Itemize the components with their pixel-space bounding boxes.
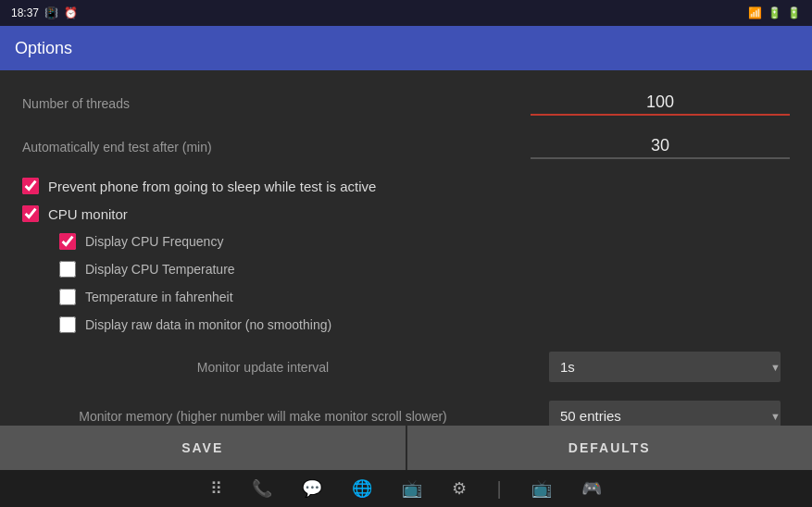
display-raw-row: Display raw data in monitor (no smoothin… (15, 311, 797, 339)
threads-row: Number of threads (0, 81, 812, 125)
bottom-action-bar: SAVE DEFAULTS (0, 426, 812, 470)
monitor-interval-select[interactable]: 1s 2s 5s 10s (549, 352, 781, 382)
save-button[interactable]: SAVE (0, 426, 406, 470)
cpu-monitor-row: CPU monitor (15, 200, 797, 228)
time-display: 18:37 (11, 6, 39, 19)
prevent-sleep-checkbox[interactable] (22, 178, 39, 194)
threads-label: Number of threads (22, 96, 130, 111)
monitor-memory-row: Monitor memory (higher number will make … (0, 391, 812, 426)
auto-end-label: Automatically end test after (min) (22, 140, 212, 155)
display-freq-label: Display CPU Frequency (85, 234, 223, 249)
phone-icon[interactable]: 📞 (252, 478, 272, 499)
temp-fahrenheit-label: Temperature in fahrenheit (85, 290, 233, 304)
defaults-button[interactable]: DEFAULTS (407, 426, 813, 470)
display-temp-label: Display CPU Temperature (85, 262, 235, 277)
auto-end-input[interactable] (531, 134, 790, 159)
nav-bar: ⠿ 📞 💬 🌐 📺 ⚙ | 📺 🎮 (0, 470, 812, 507)
monitor-memory-select[interactable]: 25 entries 50 entries 100 entries 200 en… (549, 401, 781, 426)
settings-icon[interactable]: ⚙ (452, 478, 467, 499)
app-bar: Options (0, 26, 812, 70)
status-bar: 18:37 📳 ⏰ 📶 🔋 🔋 (0, 0, 812, 26)
monitor-interval-wrapper: 1s 2s 5s 10s (549, 352, 790, 382)
game-icon[interactable]: 🎮 (581, 478, 602, 499)
status-right: 📶 🔋 🔋 (748, 6, 801, 19)
auto-end-row: Automatically end test after (min) (0, 125, 812, 168)
temp-fahrenheit-row: Temperature in fahrenheit (15, 283, 797, 311)
monitor-interval-row: Monitor update interval 1s 2s 5s 10s (0, 342, 812, 391)
nav-divider: | (496, 478, 501, 500)
display-temp-row: Display CPU Temperature (15, 255, 797, 283)
cpu-monitor-label: CPU monitor (48, 206, 128, 222)
prevent-sleep-row: Prevent phone from going to sleep while … (15, 172, 797, 200)
prevent-sleep-section: Prevent phone from going to sleep while … (0, 168, 812, 342)
prevent-sleep-label: Prevent phone from going to sleep while … (48, 179, 376, 194)
cpu-monitor-checkbox[interactable] (22, 205, 39, 222)
youtube-icon[interactable]: 📺 (402, 478, 422, 499)
app-title: Options (15, 39, 72, 58)
alarm-icon: ⏰ (64, 6, 78, 19)
display-temp-checkbox[interactable] (59, 261, 76, 278)
battery-icon: 🔋 (787, 6, 801, 19)
chat-icon[interactable]: 💬 (302, 478, 322, 499)
signal-icon: 🔋 (768, 6, 781, 19)
grid-icon[interactable]: ⠿ (210, 478, 222, 499)
vibrate-icon: 📳 (44, 6, 58, 19)
display-freq-row: Display CPU Frequency (15, 228, 797, 255)
monitor-memory-wrapper: 25 entries 50 entries 100 entries 200 en… (549, 401, 790, 426)
threads-input[interactable] (531, 91, 790, 116)
display-freq-checkbox[interactable] (59, 233, 76, 250)
status-left: 18:37 📳 ⏰ (11, 6, 78, 19)
display-raw-checkbox[interactable] (59, 316, 76, 333)
main-content: Number of threads Automatically end test… (0, 70, 812, 426)
media-icon[interactable]: 📺 (531, 478, 552, 499)
wifi-icon: 📶 (748, 6, 762, 19)
temp-fahrenheit-checkbox[interactable] (59, 289, 76, 305)
browser-icon[interactable]: 🌐 (352, 478, 372, 499)
monitor-memory-label: Monitor memory (higher number will make … (22, 409, 504, 424)
display-raw-label: Display raw data in monitor (no smoothin… (85, 317, 331, 332)
monitor-interval-label: Monitor update interval (22, 360, 504, 375)
